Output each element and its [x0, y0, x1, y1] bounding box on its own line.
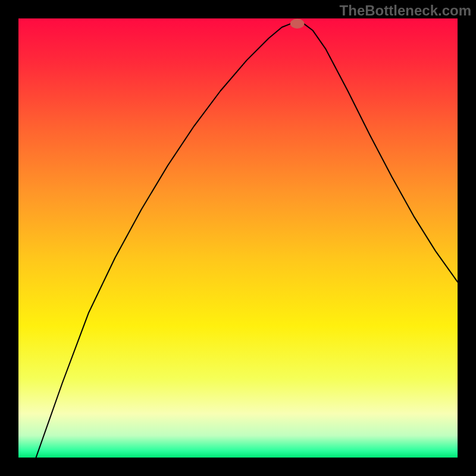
watermark-text: TheBottleneck.com	[340, 2, 471, 19]
bottleneck-chart	[0, 0, 476, 476]
chart-container: TheBottleneck.com	[0, 0, 476, 476]
plot-background	[18, 18, 458, 458]
optimal-marker	[290, 19, 305, 29]
